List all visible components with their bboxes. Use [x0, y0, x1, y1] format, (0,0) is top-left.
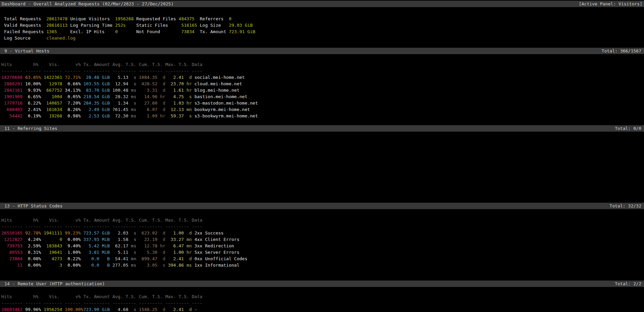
cell-visitors-percent: 72.71% — [62, 75, 81, 80]
panel-title: 14 - Remote User (HTTP authentication) — [4, 281, 105, 287]
panel-total: Total: 2/2 — [615, 281, 641, 287]
cell-visitors: 1004 — [41, 94, 62, 99]
table-row[interactable]: 688403 2.41% 161634 8.26% 2.49 GiB 761.4… — [1, 106, 258, 113]
cell-hits-percent: 0.00% — [23, 263, 41, 268]
table-row[interactable]: 2860291 10.00% 12978 0.66% 103.55 GiB 12… — [1, 81, 258, 87]
remote-user-table: Hits h% Vis. v% Tx. Amount Avg. T.S. Cum… — [1, 293, 202, 312]
table-row[interactable]: 28603462 99.96% 1956254 100.00%723.90 Gi… — [1, 306, 202, 312]
cell-max-ts: 1.00 hr — [165, 250, 192, 255]
virtual-hosts-table: Hits h% Vis. v% Tx. Amount Avg. T.S. Cum… — [1, 61, 258, 119]
cell-hits: 1779716 — [1, 101, 23, 106]
cell-visitors-percent: 99.23% — [62, 230, 81, 236]
cell-max-ts: 4.75 s — [165, 94, 192, 99]
cell-avg-ts: 277.05 ms — [110, 263, 136, 268]
cell-max-ts: 6.47 mn — [165, 243, 192, 248]
summary-line: Valid Requests 28616113 Log Parsing Time… — [4, 22, 255, 28]
cell-cum-ts: 3.31 d — [136, 88, 165, 93]
cell-visitors-percent: 34.13% — [62, 88, 81, 93]
cell-visitors: 19641 — [41, 250, 62, 255]
cell-hits: 28603462 — [1, 307, 23, 312]
panel-title: 11 - Referring Sites — [4, 125, 57, 132]
cell-visitors: 183843 — [41, 243, 62, 248]
cell-data: social.mei-home.net — [192, 75, 245, 80]
cell-visitors: 0 — [41, 237, 62, 242]
cell-max-ts: 1.00 d — [165, 230, 192, 236]
panel-header-referring-sites[interactable]: 11 - Referring Sites Total: 0/0 — [0, 125, 644, 132]
cell-data: - — [192, 307, 197, 312]
cell-data: bookwyrm.mei-home.net — [192, 107, 250, 112]
summary-overview: Total Requests 28617478 Unique Visitors … — [4, 16, 255, 41]
cell-visitors-percent: 0.00% — [62, 237, 81, 242]
cell-tx-amount: 2.49 GiB — [81, 107, 110, 112]
cell-cum-ts: 899.47 d — [136, 256, 165, 261]
cell-data: s3-bookwyrm.mei-home.net — [192, 113, 258, 118]
cell-tx-amount: 0.0 B — [81, 263, 110, 268]
cell-visitors: 1956254 — [41, 307, 62, 312]
cell-max-ts: 2.41 d — [165, 75, 192, 80]
cell-data: cloud.mei-home.net — [192, 81, 242, 86]
summary-line: Failed Requests 1365 Excl. IP Hits 0 Not… — [4, 28, 255, 35]
cell-data: 3xx Redirection — [192, 243, 234, 248]
cell-visitors-percent: 7.20% — [62, 101, 81, 106]
cell-visitors: 19268 — [41, 113, 62, 118]
cell-avg-ts: 4.68 s — [110, 307, 136, 312]
cell-hits-percent: 0.08% — [23, 256, 41, 261]
cell-avg-ts: 72.30 ms — [110, 113, 136, 118]
cell-tx-amount: 83.70 GiB — [81, 88, 110, 93]
dashboard-title: Dashboard - Overall Analyzed Requests (0… — [2, 1, 174, 7]
cell-hits-percent: 4.24% — [23, 237, 41, 242]
cell-hits: 739753 — [1, 243, 23, 248]
table-row[interactable]: 2842161 9.93% 667752 34.13% 83.70 GiB 10… — [1, 87, 258, 93]
cell-tx-amount: 723.57 GiB — [81, 230, 110, 236]
cell-visitors-percent: 9.40% — [62, 243, 81, 248]
cell-visitors: 140857 — [41, 101, 62, 106]
cell-visitors: 667752 — [41, 88, 62, 93]
cell-tx-amount: 3.81 MiB — [81, 250, 110, 255]
table-row[interactable]: 1901909 6.65% 1004 0.05% 218.54 GiB 28.3… — [1, 93, 258, 100]
table-row[interactable]: 18270608 63.85% 1422361 72.71% 28.48 GiB… — [1, 74, 258, 81]
panel-total: Total: 366/1567 — [602, 48, 641, 54]
cell-visitors: 12978 — [41, 81, 62, 86]
cell-cum-ts: 3.05 s — [136, 263, 165, 268]
cell-hits-percent: 99.96% — [23, 307, 41, 312]
table-separator: -------- ------ ------- ------ ---------… — [1, 68, 258, 74]
cell-cum-ts: 1548.25 d — [136, 307, 165, 312]
cell-data: s3-mastodon.mei-home.net — [192, 101, 258, 106]
table-row[interactable]: 23804 0.08% 4273 0.22% 0.0 B 54.41 mn 89… — [1, 255, 247, 262]
table-row[interactable]: 26550165 92.78% 1941111 99.23% 723.57 Gi… — [1, 230, 247, 236]
table-row[interactable]: 11 0.00% 3 0.00% 0.0 B 277.05 ms 3.05 s … — [1, 262, 247, 268]
cell-cum-ts: 1084.35 d — [136, 75, 165, 80]
cell-avg-ts: 761.45 ms — [110, 107, 136, 112]
cell-visitors-percent: 0.00% — [62, 263, 81, 268]
http-status-codes-table: Hits h% Vis. v% Tx. Amount Avg. T.S. Cum… — [1, 217, 247, 268]
cell-avg-ts: 1.34 s — [110, 101, 136, 106]
cell-hits: 11 — [1, 263, 23, 268]
cell-hits-percent: 63.85% — [23, 75, 41, 80]
cell-visitors-percent: 1.00% — [62, 250, 81, 255]
cell-tx-amount: 723.90 GiB — [83, 307, 110, 312]
table-column-headers: Hits h% Vis. v% Tx. Amount Avg. T.S. Cum… — [1, 293, 202, 300]
table-row[interactable]: 1212827 4.24% 0 0.00% 337.93 MiB 1.58 s … — [1, 236, 247, 243]
panel-header-virtual-hosts[interactable]: 9 - Virtual Hosts Total: 366/1567 — [0, 48, 644, 54]
cell-max-ts: 394.86 ms — [165, 263, 192, 268]
cell-hits-percent: 92.78% — [23, 230, 41, 236]
table-row[interactable]: 89553 0.31% 19641 1.00% 3.81 MiB 5.11 s … — [1, 249, 247, 255]
panel-title: 9 - Virtual Hosts — [4, 48, 49, 54]
cell-visitors: 161634 — [41, 107, 62, 112]
title-bar: Dashboard - Overall Analyzed Requests (0… — [0, 1, 644, 7]
cell-avg-ts: 28.32 ms — [110, 94, 136, 99]
panel-header-http-status-codes[interactable]: 13 - HTTP Status Codes Total: 32/32 — [0, 203, 644, 209]
panel-header-remote-user[interactable]: 14 - Remote User (HTTP authentication) T… — [0, 281, 644, 287]
cell-hits-percent: 2.41% — [23, 107, 41, 112]
table-row[interactable]: 54442 0.19% 19268 0.98% 2.53 GiB 72.30 m… — [1, 113, 258, 119]
cell-hits: 688403 — [1, 107, 23, 112]
panel-title: 13 - HTTP Status Codes — [4, 203, 63, 209]
table-row[interactable]: 739753 2.59% 183843 9.40% 5.42 MiB 62.17… — [1, 243, 247, 249]
cell-visitors-percent: 0.66% — [62, 81, 81, 86]
cell-tx-amount: 5.42 MiB — [81, 243, 110, 248]
table-row[interactable]: 1779716 6.22% 140857 7.20% 284.35 GiB 1.… — [1, 100, 258, 106]
cell-hits: 89553 — [1, 250, 23, 255]
cell-hits: 23804 — [1, 256, 23, 261]
cell-cum-ts: 12.78 hr — [136, 243, 165, 248]
table-separator: -------- ------ ------- ------ ---------… — [1, 223, 247, 230]
